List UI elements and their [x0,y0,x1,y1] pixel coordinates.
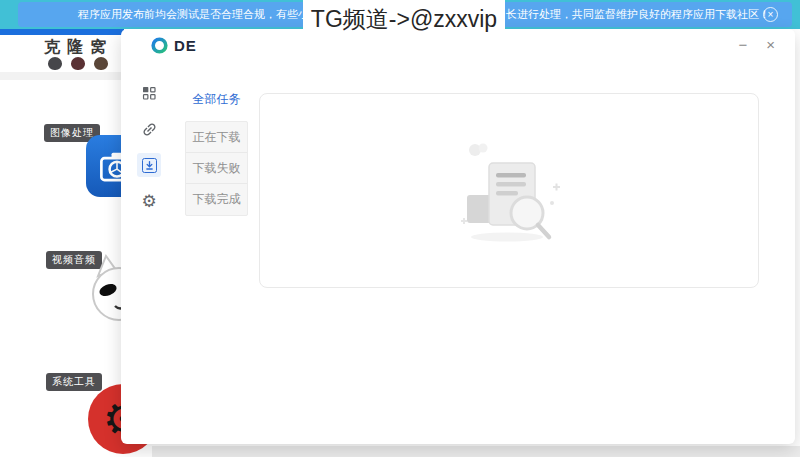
category-badge-system-tools: 系统工具 [46,373,102,391]
nest-icon [94,57,108,70]
background-footer-area [152,446,800,457]
nest-logo-icons [48,57,108,70]
dialog-logo: DE [151,37,197,54]
tab-downloading[interactable]: 正在下载 [186,122,247,153]
link-icon[interactable] [137,117,161,141]
banner-message-right: 长进行处理，共同监督维护良好的程序应用下载社区！ [506,2,770,27]
tg-channel-text: TG频道->@zxxvip [311,4,497,35]
empty-document-search-illustration [449,133,569,248]
window-controls: − × [738,36,775,54]
tab-download-complete[interactable]: 下载完成 [186,184,247,215]
close-button[interactable]: × [766,36,775,54]
download-manager-dialog: DE − × [121,29,795,444]
nest-icon [71,57,85,70]
nest-icon [48,57,62,70]
dialog-logo-text: DE [174,37,197,54]
banner-close-icon[interactable]: × [763,7,778,22]
apps-icon[interactable] [137,81,161,105]
task-tabs: 全部任务 正在下载 下载失败 下载完成 [185,84,248,216]
minimize-button[interactable]: − [738,36,747,54]
background-app-title: 克隆窝 [44,37,113,58]
divider [0,72,124,80]
settings-icon[interactable]: ⚙ [137,189,161,213]
download-icon[interactable] [137,153,161,177]
tab-all-tasks[interactable]: 全部任务 [185,84,248,114]
task-tab-group: 正在下载 下载失败 下载完成 [185,121,248,216]
download-glyph [142,158,157,173]
tab-download-failed[interactable]: 下载失败 [186,153,247,184]
ring-logo-icon [151,37,168,54]
screen: 克隆窝 图像处理 视频音频 系统工具 [0,0,800,457]
background-window-titlebar [0,29,124,35]
tg-channel-watermark: TG频道->@zxxvip [303,0,505,38]
task-list-empty-state [259,93,759,288]
dialog-nav-rail: ⚙ [133,81,165,213]
